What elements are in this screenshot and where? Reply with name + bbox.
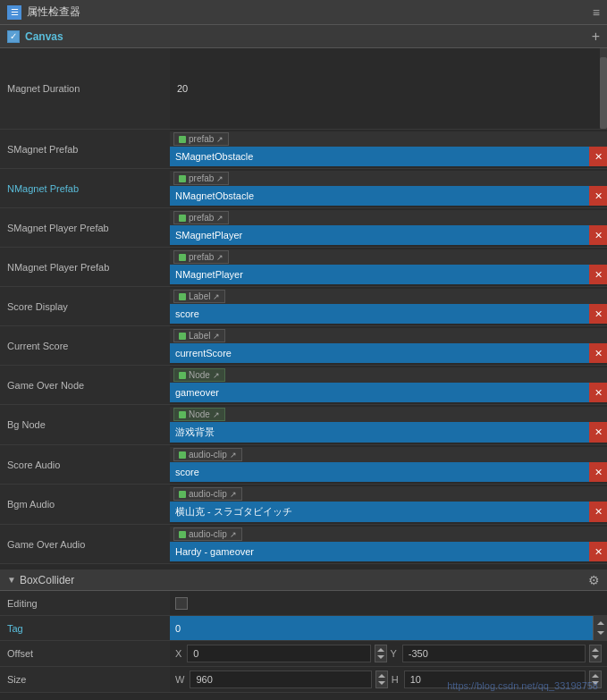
nmagnet-type-badge: prefab ↗ xyxy=(173,172,229,185)
green-dot-7 xyxy=(179,372,186,379)
game-over-audio-badge-row: audio-clip ↗ xyxy=(170,527,607,542)
smagnet-value-field[interactable]: SMagnetObstacle xyxy=(170,147,589,166)
score-audio-value-row: score ✕ xyxy=(170,462,607,482)
scroll-indicator[interactable] xyxy=(600,48,607,129)
score-display-badge-row: Label ↗ xyxy=(170,289,607,304)
green-dot-9 xyxy=(179,451,186,459)
smagnet-prefab-value: prefab ↗ SMagnetObstacle ✕ xyxy=(170,130,607,168)
game-over-audio-close[interactable]: ✕ xyxy=(589,542,607,561)
nmagnet-value-row: NMagnetObstacle ✕ xyxy=(170,186,607,206)
current-score-row: Current Score Label ↗ currentScore ✕ xyxy=(0,326,607,366)
score-audio-badge: audio-clip ↗ xyxy=(173,448,242,461)
game-over-audio-field[interactable]: Hardy - gameover xyxy=(170,542,589,561)
bg-node-row: Bg Node Node ↗ 游戏背景 ✕ xyxy=(0,405,607,445)
game-over-audio-value-row: Hardy - gameover ✕ xyxy=(170,542,607,561)
game-over-node-field[interactable]: gameover xyxy=(170,383,589,402)
title-bar: ☰ 属性检查器 ≡ xyxy=(0,0,607,25)
green-dot-5 xyxy=(179,293,186,300)
offset-row: Offset X Y xyxy=(0,641,607,667)
offset-x-up[interactable] xyxy=(377,648,384,652)
canvas-checkbox[interactable] xyxy=(7,30,20,43)
bg-node-value: Node ↗ 游戏背景 ✕ xyxy=(170,405,607,444)
smagnet-prefab-row: SMagnet Prefab prefab ↗ SMagnetObstacle … xyxy=(0,130,607,169)
score-audio-row: Score Audio audio-clip ↗ score ✕ xyxy=(0,445,607,485)
game-over-node-badge-row: Node ↗ xyxy=(170,367,607,383)
offset-x-label: X xyxy=(175,648,181,659)
bgm-audio-badge-row: audio-clip ↗ xyxy=(170,486,607,502)
title-bar-menu-icon[interactable]: ≡ xyxy=(593,5,600,20)
bgm-audio-badge: audio-clip ↗ xyxy=(173,487,242,501)
offset-x-input[interactable] xyxy=(187,645,370,662)
editing-value xyxy=(170,591,607,615)
size-w-down[interactable] xyxy=(378,681,385,685)
nmagnet-close-button[interactable]: ✕ xyxy=(589,186,607,206)
game-over-audio-value: audio-clip ↗ Hardy - gameover ✕ xyxy=(170,525,607,563)
magnet-duration-row: Magnet Duration 20 xyxy=(0,48,607,130)
offset-x-spinner[interactable] xyxy=(375,645,387,662)
game-over-node-badge: Node ↗ xyxy=(173,368,225,382)
tag-spinner-down[interactable] xyxy=(597,631,604,635)
smagnet-close-button[interactable]: ✕ xyxy=(589,147,607,166)
tag-input[interactable]: 0 xyxy=(170,616,593,640)
score-audio-close[interactable]: ✕ xyxy=(589,462,607,482)
size-w-input[interactable] xyxy=(190,670,371,688)
current-score-close[interactable]: ✕ xyxy=(589,343,607,363)
canvas-add-button[interactable]: + xyxy=(592,29,600,45)
smagnet-player-value: prefab ↗ SMagnetPlayer ✕ xyxy=(170,208,607,247)
smagnet-player-close[interactable]: ✕ xyxy=(589,225,607,245)
nmagnet-player-field[interactable]: NMagnetPlayer xyxy=(170,265,589,284)
game-over-node-close[interactable]: ✕ xyxy=(589,383,607,402)
tag-spinner-up[interactable] xyxy=(597,621,604,625)
green-dot-8 xyxy=(179,411,186,418)
smagnet-value-row: SMagnetObstacle ✕ xyxy=(170,147,607,166)
current-score-field[interactable]: currentScore xyxy=(170,343,589,363)
bg-node-field[interactable]: 游戏背景 xyxy=(170,422,589,443)
offset-x-down[interactable] xyxy=(377,655,384,659)
bgm-audio-field[interactable]: 横山克 - スラゴタビイッチ xyxy=(170,502,589,522)
game-over-audio-badge: audio-clip ↗ xyxy=(173,527,242,541)
nmagnet-player-value: prefab ↗ NMagnetPlayer ✕ xyxy=(170,248,607,286)
tag-row: Tag 0 xyxy=(0,616,607,641)
score-display-field[interactable]: score xyxy=(170,304,589,324)
bgm-audio-close[interactable]: ✕ xyxy=(589,502,607,522)
green-dot-2 xyxy=(179,175,186,182)
box-collider-header: ▼ BoxCollider ⚙ xyxy=(0,568,607,591)
bg-node-close[interactable]: ✕ xyxy=(589,422,607,443)
game-over-audio-row: Game Over Audio audio-clip ↗ Hardy - gam… xyxy=(0,525,607,564)
score-audio-field[interactable]: score xyxy=(170,462,589,482)
offset-y-input[interactable] xyxy=(402,645,586,662)
bg-node-value-row: 游戏背景 ✕ xyxy=(170,422,607,443)
size-h-label: H xyxy=(392,674,399,685)
score-audio-badge-row: audio-clip ↗ xyxy=(170,447,607,462)
current-score-label: Current Score xyxy=(0,326,170,365)
tag-value[interactable]: 0 xyxy=(175,623,181,634)
offset-y-up[interactable] xyxy=(592,648,599,652)
green-dot-3 xyxy=(179,215,186,222)
nmagnet-value-field[interactable]: NMagnetObstacle xyxy=(170,186,589,206)
smagnet-player-badge: prefab ↗ xyxy=(173,211,229,224)
smagnet-player-label: SMagnet Player Prefab xyxy=(0,208,170,247)
tag-spinner[interactable] xyxy=(593,616,607,640)
score-display-value-row: score ✕ xyxy=(170,304,607,324)
score-display-close[interactable]: ✕ xyxy=(589,304,607,324)
green-dot-4 xyxy=(179,254,186,261)
score-display-label: Score Display xyxy=(0,287,170,325)
bg-node-badge-row: Node ↗ xyxy=(170,407,607,422)
magnet-duration-value[interactable]: 20 xyxy=(170,48,600,129)
green-dot-10 xyxy=(179,491,186,498)
size-w-up[interactable] xyxy=(378,674,385,678)
offset-y-spinner[interactable] xyxy=(589,645,602,662)
size-w-spinner[interactable] xyxy=(375,670,388,688)
bg-node-badge: Node ↗ xyxy=(173,408,225,421)
offset-y-down[interactable] xyxy=(592,655,599,659)
nmagnet-player-close[interactable]: ✕ xyxy=(589,265,607,284)
canvas-section-title: Canvas xyxy=(25,30,63,43)
editing-checkbox[interactable] xyxy=(175,597,188,610)
box-collider-collapse-icon[interactable]: ▼ xyxy=(7,575,16,585)
smagnet-player-field[interactable]: SMagnetPlayer xyxy=(170,225,589,245)
game-over-audio-label: Game Over Audio xyxy=(0,525,170,563)
smagnet-player-value-row: SMagnetPlayer ✕ xyxy=(170,225,607,245)
canvas-section-header: Canvas + xyxy=(0,25,607,48)
box-collider-gear-icon[interactable]: ⚙ xyxy=(588,573,600,587)
size-h-up[interactable] xyxy=(592,674,599,678)
